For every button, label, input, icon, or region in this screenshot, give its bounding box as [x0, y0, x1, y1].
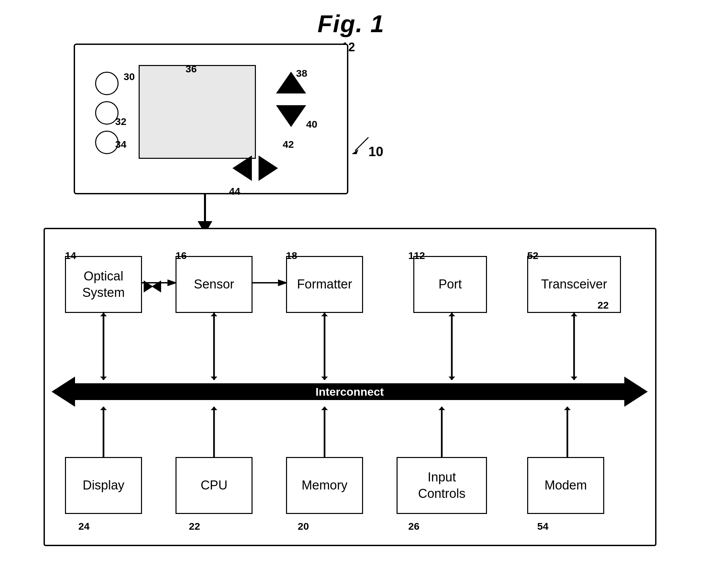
varrow-cpu [209, 407, 219, 460]
num-optical: 14 [65, 250, 76, 261]
varrow-memory [320, 407, 330, 460]
num-formatter: 18 [286, 250, 297, 261]
interconnect-label: Interconnect [315, 385, 384, 398]
num-42: 42 [283, 139, 294, 150]
varrow-sensor [209, 313, 219, 380]
box-memory: Memory [286, 457, 363, 514]
num-34: 34 [115, 139, 126, 150]
svg-marker-16 [448, 313, 455, 316]
num-modem: 54 [537, 521, 548, 532]
svg-marker-22 [100, 407, 107, 410]
num-port: 112 [408, 250, 425, 261]
arrow-ots [141, 278, 178, 288]
svg-marker-8 [100, 377, 107, 380]
svg-marker-7 [100, 313, 107, 316]
svg-marker-13 [321, 313, 328, 316]
box-input: Input Controls [397, 457, 487, 514]
svg-marker-11 [211, 377, 217, 380]
svg-marker-14 [321, 377, 328, 380]
svg-marker-17 [448, 377, 455, 380]
varrow-optical [98, 313, 109, 380]
box-formatter: Formatter [286, 256, 363, 313]
device-arrow-down [276, 105, 306, 127]
num-32: 32 [115, 116, 126, 127]
box-port: Port [413, 256, 487, 313]
varrow-port [447, 313, 457, 380]
num-36: 36 [186, 63, 197, 75]
device-box: 30 36 38 32 34 40 42 44 [74, 44, 348, 194]
interconnect-arrow: Interconnect [52, 377, 648, 407]
num-30: 30 [124, 71, 135, 82]
svg-marker-1 [352, 149, 358, 154]
arrow-sf [252, 278, 288, 288]
svg-marker-20 [571, 377, 577, 380]
num-input: 26 [408, 521, 419, 532]
svg-marker-19 [571, 313, 577, 316]
num-memory: 20 [298, 521, 309, 532]
num-44: 44 [229, 186, 240, 197]
circle-1 [95, 72, 119, 95]
system-box: Optical System 14 Sensor 16 Formatter 18… [44, 228, 656, 546]
varrow-formatter [320, 313, 330, 380]
device-arrow-left [232, 155, 252, 181]
device-screen [139, 65, 256, 159]
svg-marker-28 [321, 407, 328, 410]
num-40: 40 [306, 119, 317, 130]
box-optical: Optical System [65, 256, 142, 313]
box-cpu: CPU [176, 457, 253, 514]
svg-line-0 [355, 137, 368, 151]
box-modem: Modem [527, 457, 604, 514]
varrow-transceiver [569, 313, 579, 380]
num-display: 24 [78, 521, 89, 532]
varrow-display [98, 407, 109, 460]
num-cpu: 22 [189, 521, 200, 532]
varrow-input [437, 407, 447, 460]
arrow-10-indicator [342, 131, 375, 157]
varrow-modem [562, 407, 572, 460]
box-sensor: Sensor [176, 256, 253, 313]
device-arrow-right [259, 155, 278, 181]
num-interconnect: 22 [598, 300, 609, 311]
num-transceiver: 52 [527, 250, 538, 261]
num-38: 38 [296, 68, 307, 79]
page-title: Fig. 1 [318, 10, 384, 38]
svg-marker-25 [211, 407, 217, 410]
svg-marker-34 [564, 407, 571, 410]
svg-marker-10 [211, 313, 217, 316]
num-sensor: 16 [176, 250, 187, 261]
box-display: Display [65, 457, 142, 514]
svg-marker-31 [438, 407, 445, 410]
